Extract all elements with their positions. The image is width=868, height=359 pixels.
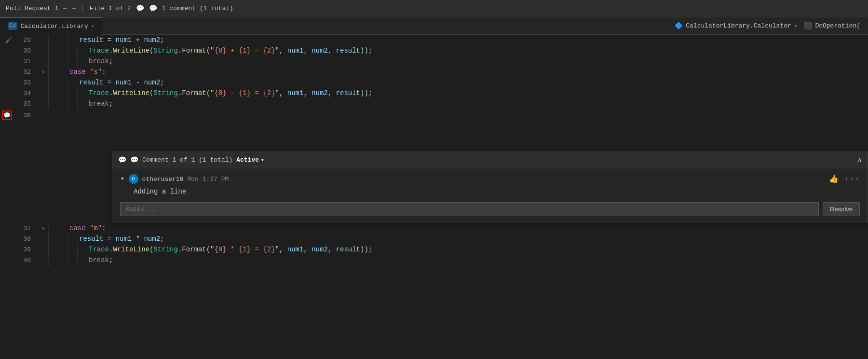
gutter-29: 29 🖌️ — [0, 35, 39, 45]
line-number-30: 30 — [23, 47, 31, 55]
gutter-paintbrush-29[interactable]: 🖌️ — [4, 35, 14, 45]
gutter-38: 38 — [0, 234, 39, 244]
code-line-38: 38 result = num1 * num2; — [0, 234, 868, 244]
expand-35 — [39, 98, 48, 109]
code-content-31: break; — [87, 56, 868, 67]
gutter-32: 32 — [0, 67, 39, 77]
status-text: Active — [236, 156, 259, 164]
expand-31 — [39, 56, 48, 67]
code-line-29: 29 🖌️ result = num1 + num2; — [0, 35, 868, 45]
comment-status-badge[interactable]: Active ▾ — [236, 156, 264, 164]
breadcrumb-section: 🔷 CalculatorLibrary.Calculator ▾ ⬛ DoOpe… — [675, 22, 868, 30]
comment-reply-row: Resolve — [120, 202, 860, 216]
comment-panel-header: 💬 💬 Comment 1 of 1 (1 total) Active ▾ ∧ — [112, 152, 868, 168]
line-number-37: 37 — [23, 225, 31, 232]
nav-back-btn[interactable]: ← — [63, 5, 67, 12]
line-number-35: 35 — [23, 100, 31, 108]
line-number-33: 33 — [23, 79, 31, 86]
gutter-37: 37 — [0, 223, 39, 234]
tab-calculator-library[interactable]: C# Calculator.Library ▾ — [0, 17, 102, 35]
code-line-36: 36 💬 — [0, 109, 868, 122]
code-content-32: case "s": — [68, 67, 868, 77]
class-breadcrumb-name: CalculatorLibrary.Calculator — [686, 22, 791, 29]
top-toolbar: Pull Request 1 ← → File 1 of 2 💬 💬 1 com… — [0, 0, 868, 17]
toolbar-divider — [82, 4, 83, 13]
code-line-31: 31 break; — [0, 56, 868, 67]
comment-author: otheruser16 — [142, 176, 184, 183]
expand-29 — [39, 35, 48, 45]
file-tabs-bar: C# Calculator.Library ▾ 🔷 CalculatorLibr… — [0, 17, 868, 35]
code-content-37: case "m": — [68, 223, 868, 234]
expand-40 — [39, 255, 48, 265]
gutter-40: 40 — [0, 255, 39, 265]
comment-actions: 👍 ··· — [829, 174, 860, 184]
expand-32[interactable]: ∨ — [39, 67, 48, 77]
code-line-37: 37 ∨ case "m": — [0, 223, 868, 234]
line-number-31: 31 — [23, 58, 31, 65]
expand-34 — [39, 88, 48, 98]
gutter-31: 31 — [0, 56, 39, 67]
reply-input[interactable] — [120, 202, 819, 216]
comment-author-row: • O otheruser16 Mon 1:37 PM 👍 ··· — [120, 174, 860, 184]
comment-panel: 💬 💬 Comment 1 of 1 (1 total) Active ▾ ∧ … — [112, 152, 868, 222]
comment-bullet: • — [120, 175, 125, 183]
code-content-34: Trace.WriteLine(String.Format("{0} - {1}… — [87, 88, 868, 98]
code-content-29: result = num1 + num2; — [77, 35, 868, 45]
expand-38 — [39, 234, 48, 244]
comment-nav-icon-2[interactable]: 💬 — [130, 156, 138, 164]
indent-3-29 — [68, 35, 77, 45]
like-icon[interactable]: 👍 — [829, 174, 839, 184]
code-content-35: break; — [87, 98, 868, 109]
code-content-40: break; — [87, 255, 868, 265]
comment-icon-2: 💬 — [149, 4, 157, 13]
tab-filename: Calculator.Library — [20, 23, 88, 30]
editor-area: 29 🖌️ result = num1 + num2; 30 Trace.Wri… — [0, 35, 868, 359]
expand-33 — [39, 77, 48, 88]
expand-30 — [39, 45, 48, 56]
code-line-34: 34 Trace.WriteLine(String.Format("{0} - … — [0, 88, 868, 98]
indent-1-29 — [48, 35, 58, 45]
class-dropdown-arrow[interactable]: ▾ — [794, 23, 798, 29]
expand-37[interactable]: ∨ — [39, 223, 48, 234]
code-line-32: 32 ∨ case "s": — [0, 67, 868, 77]
code-line-35: 35 break; — [0, 98, 868, 109]
line-number-39: 39 — [23, 246, 31, 253]
line-number-40: 40 — [23, 257, 31, 264]
code-content-36 — [48, 109, 868, 122]
line-number-29: 29 — [23, 37, 31, 44]
resolve-button[interactable]: Resolve — [823, 202, 860, 216]
line-number-38: 38 — [23, 235, 31, 243]
code-content-30: Trace.WriteLine(String.Format("{0} + {1}… — [87, 45, 868, 56]
line-number-34: 34 — [23, 90, 31, 97]
gutter-36: 36 💬 — [0, 109, 39, 122]
method-breadcrumb-name: DoOperation( — [815, 22, 860, 29]
comment-count-label: 1 comment (1 total) — [162, 5, 233, 12]
comment-count-label: Comment 1 of 1 (1 total) — [142, 156, 232, 164]
code-line-33: 33 result = num1 - num2; — [0, 77, 868, 88]
comment-panel-collapse-btn[interactable]: ∧ — [858, 156, 862, 164]
line-number-32: 32 — [23, 69, 31, 76]
file-count-label: File 1 of 2 — [90, 5, 131, 12]
gutter-comment-btn-36[interactable]: 💬 — [2, 110, 12, 120]
pull-request-label: Pull Request 1 — [6, 5, 58, 12]
code-line-40: 40 break; — [0, 255, 868, 265]
comment-time: Mon 1:37 PM — [187, 176, 229, 183]
comment-content: Adding a line — [134, 188, 860, 195]
expand-39 — [39, 244, 48, 255]
gutter-33: 33 — [0, 77, 39, 88]
code-line-39: 39 Trace.WriteLine(String.Format("{0} * … — [0, 244, 868, 255]
more-options-icon[interactable]: ··· — [844, 175, 860, 183]
indent-2-29 — [58, 35, 68, 45]
gutter-39: 39 — [0, 244, 39, 255]
gutter-30: 30 — [0, 45, 39, 56]
gutter-34: 34 — [0, 88, 39, 98]
nav-forward-btn[interactable]: → — [72, 5, 76, 12]
code-content-38: result = num1 * num2; — [77, 234, 868, 244]
tab-dropdown-arrow[interactable]: ▾ — [91, 23, 95, 29]
comment-nav-icon-1[interactable]: 💬 — [118, 156, 126, 164]
code-container: 29 🖌️ result = num1 + num2; 30 Trace.Wri… — [0, 35, 868, 359]
expand-36 — [39, 109, 48, 122]
status-dropdown-chevron[interactable]: ▾ — [261, 157, 264, 163]
line-number-36: 36 — [23, 112, 31, 119]
code-line-30: 30 Trace.WriteLine(String.Format("{0} + … — [0, 45, 868, 56]
